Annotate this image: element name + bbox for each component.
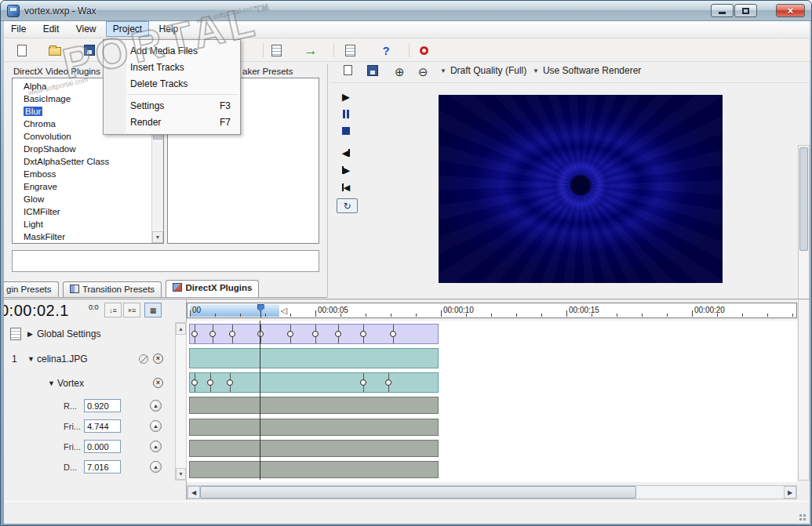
media-list-button[interactable] xyxy=(268,42,285,59)
timeline-track[interactable] xyxy=(189,440,439,457)
expand-icon[interactable]: ▶ xyxy=(27,330,33,338)
scroll-up-icon[interactable]: ▲ xyxy=(176,323,186,335)
delete-marker-button[interactable]: ×≡ xyxy=(123,303,140,317)
clip-row[interactable]: 1 ▼ celina1.JPG × xyxy=(4,351,174,368)
timeline-track[interactable] xyxy=(189,348,439,368)
keyframe-dot[interactable] xyxy=(209,331,216,337)
param-spinner[interactable]: ▲ xyxy=(150,461,162,473)
keyframe-dot[interactable] xyxy=(385,379,391,386)
plugin-list-item[interactable]: Glow xyxy=(13,193,151,205)
scrollbar-thumb[interactable] xyxy=(799,147,808,251)
param-spinner[interactable]: ▲ xyxy=(150,420,162,432)
param-input[interactable] xyxy=(84,399,121,412)
timeline-track[interactable] xyxy=(189,324,439,344)
keyframe-dot[interactable] xyxy=(207,379,213,386)
pause-button[interactable] xyxy=(337,106,355,122)
stop-button[interactable] xyxy=(337,123,355,139)
menu-project[interactable]: Project xyxy=(106,21,149,37)
timeline-tracks[interactable] xyxy=(187,321,797,482)
step-back-button[interactable]: ◀ xyxy=(337,145,355,161)
collapse-icon[interactable]: ▼ xyxy=(48,379,55,387)
menu-file[interactable]: File xyxy=(4,21,33,37)
keyframe-dot[interactable] xyxy=(360,331,366,337)
renderer-dropdown[interactable]: ▼ Use Software Renderer xyxy=(533,65,641,76)
tab-transition-presets[interactable]: Transition Presets xyxy=(63,281,162,298)
new-project-button[interactable] xyxy=(13,42,31,59)
keyframe-dot[interactable] xyxy=(229,331,235,337)
loop-toggle-button[interactable]: ↻ xyxy=(337,198,358,213)
grid-toggle-button[interactable]: ▦ xyxy=(144,303,162,317)
copy-frame-button[interactable] xyxy=(344,65,352,75)
timeline-track[interactable] xyxy=(189,419,439,436)
zoom-out-button[interactable]: ⊖ xyxy=(418,65,428,79)
menu-item-settings[interactable]: SettingsF3 xyxy=(104,97,240,114)
maximize-button[interactable] xyxy=(734,4,757,17)
timeline-track[interactable] xyxy=(189,461,439,478)
help-button[interactable]: ? xyxy=(377,42,395,59)
scroll-down-icon[interactable]: ▼ xyxy=(152,231,163,243)
keyframe-dot[interactable] xyxy=(227,379,233,386)
save-frame-button[interactable] xyxy=(367,65,378,76)
keyframe-dot[interactable] xyxy=(191,379,198,386)
scrollbar-thumb[interactable] xyxy=(200,486,636,499)
menu-item-add-media-files[interactable]: Add Media Files xyxy=(104,42,240,59)
effect-remove-button[interactable]: × xyxy=(153,378,163,388)
play-button[interactable]: ▶ xyxy=(337,89,355,104)
keyframe-dot[interactable] xyxy=(312,331,319,337)
menu-edit[interactable]: Edit xyxy=(36,21,67,37)
clip-disable-icon[interactable] xyxy=(139,354,148,364)
save-project-button[interactable] xyxy=(81,42,98,59)
title-bar[interactable]: vortex.wxp - Wax × xyxy=(1,1,811,21)
render-settings-button[interactable] xyxy=(341,42,359,59)
timeline-ruler[interactable]: 0000:00:0500:00:1000:00:1500:00:20◁ xyxy=(187,303,797,318)
minimize-button[interactable] xyxy=(711,4,734,17)
plugin-list-item[interactable]: Emboss xyxy=(13,168,151,180)
zoom-in-button[interactable]: ⊕ xyxy=(395,65,405,79)
keyframe-dot[interactable] xyxy=(191,331,198,337)
scroll-down-icon[interactable]: ▼ xyxy=(176,468,186,480)
timeline-hscrollbar[interactable]: ◀ ▶ xyxy=(187,485,797,499)
open-project-button[interactable] xyxy=(46,42,64,59)
plugin-list-item[interactable]: DxtAlphaSetter Class xyxy=(13,155,151,168)
quality-dropdown[interactable]: ▼ Draft Quality (Full) xyxy=(440,65,526,76)
close-button[interactable]: × xyxy=(776,4,805,17)
plugin-list-item[interactable]: Light xyxy=(13,218,151,230)
global-settings-row[interactable]: ▶ Global Settings xyxy=(4,326,174,343)
collapse-icon[interactable]: ▼ xyxy=(27,355,35,363)
effect-row[interactable]: ▼ Vortex × xyxy=(4,375,174,393)
menu-view[interactable]: View xyxy=(69,21,104,37)
keyframe-dot[interactable] xyxy=(335,331,341,337)
step-forward-button[interactable]: ▶ xyxy=(337,162,355,178)
selection-end-marker[interactable]: ◁ xyxy=(281,306,287,315)
menu-item-delete-tracks[interactable]: Delete Tracks xyxy=(104,75,240,92)
param-input[interactable] xyxy=(84,460,121,473)
plugin-list-item[interactable]: ICMFilter xyxy=(13,205,151,218)
right-scrollbar[interactable] xyxy=(798,145,810,481)
insert-marker-button[interactable]: ↓≡ xyxy=(104,303,122,317)
plugin-list-item[interactable]: Engrave xyxy=(13,180,151,193)
scroll-left-icon[interactable]: ◀ xyxy=(188,486,200,499)
param-spinner[interactable]: ▲ xyxy=(150,400,162,412)
keyframe-dot[interactable] xyxy=(360,379,366,386)
param-input[interactable] xyxy=(84,419,121,433)
tab-directx-plugins[interactable]: DirectX Plugins xyxy=(166,280,259,298)
scroll-right-icon[interactable]: ▶ xyxy=(784,486,796,499)
export-button[interactable]: → xyxy=(302,42,319,59)
param-input[interactable] xyxy=(84,440,121,453)
timeline-track[interactable] xyxy=(189,397,439,414)
tab-plugin-presets[interactable]: gin Presets xyxy=(4,281,59,298)
abort-render-button[interactable] xyxy=(415,42,432,59)
menu-item-render[interactable]: RenderF7 xyxy=(104,114,240,130)
go-to-start-button[interactable]: ◀ xyxy=(337,180,355,195)
menu-help[interactable]: Help xyxy=(152,21,186,37)
clip-remove-button[interactable]: × xyxy=(153,354,163,364)
plugin-list-item[interactable]: MaskFilter xyxy=(13,230,151,243)
plugin-list-item[interactable]: DropShadow xyxy=(13,143,151,155)
tracks-scrollbar[interactable]: ▲ ▼ xyxy=(175,322,187,481)
timeline-track[interactable] xyxy=(189,372,439,393)
keyframe-dot[interactable] xyxy=(287,331,293,337)
menu-item-insert-tracks[interactable]: Insert Tracks xyxy=(104,59,240,75)
param-spinner[interactable]: ▲ xyxy=(150,441,162,452)
keyframe-dot[interactable] xyxy=(390,331,396,337)
resize-grip[interactable] xyxy=(799,514,802,517)
